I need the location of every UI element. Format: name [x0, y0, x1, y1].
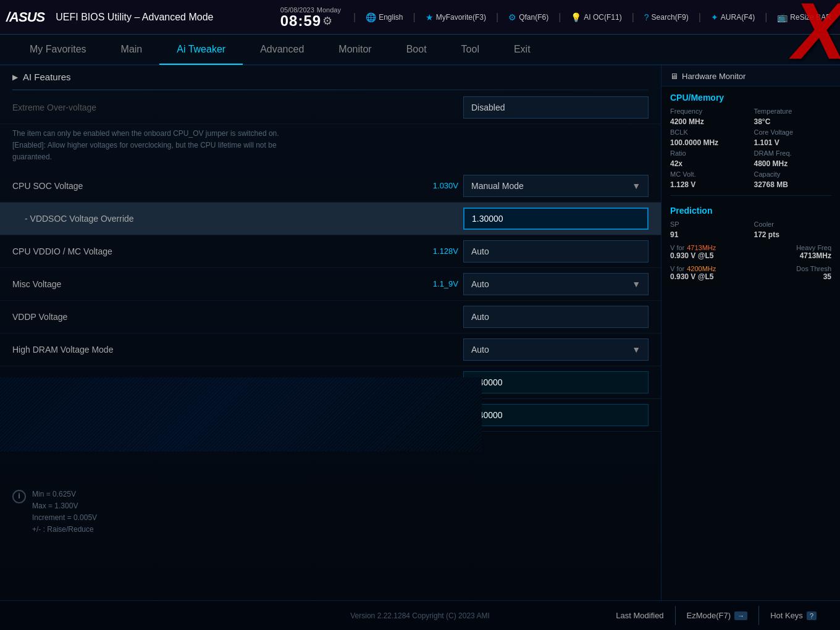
cooler-value: 172 pts — [754, 230, 832, 239]
tab-tool[interactable]: Tool — [444, 35, 497, 64]
globe-icon: 🌐 — [366, 12, 376, 22]
tab-exit[interactable]: Exit — [497, 35, 548, 64]
qfan-btn[interactable]: ⚙ Qfan(F6) — [506, 11, 551, 23]
mc-volt-value: 1.128 V — [670, 180, 748, 189]
high-dram-voltage-arrow: ▼ — [632, 345, 640, 355]
cpu-soc-voltage-value: Manual Mode — [471, 181, 524, 191]
asus-logo: /ASUS — [6, 9, 44, 25]
misc-voltage-select[interactable]: Auto ▼ — [463, 273, 649, 295]
main-layout: ▶ AI Features Extreme Over-voltage Disab… — [0, 65, 840, 600]
heavy-freq-value: 4713MHz — [800, 251, 831, 260]
misc-voltage-arrow: ▼ — [632, 279, 640, 289]
vddp-voltage-value: Auto — [471, 312, 489, 322]
dram-vddq-voltage-input[interactable]: 1.40000 — [463, 404, 649, 426]
section-divider — [12, 90, 649, 90]
bios-title: UEFI BIOS Utility – Advanced Mode — [56, 12, 213, 23]
heavy-freq-label: Heavy Freq — [796, 244, 831, 251]
vddp-voltage-select[interactable]: Auto — [463, 306, 649, 328]
cpu-vddio-select[interactable]: Auto — [463, 240, 649, 262]
extreme-overvoltage-select[interactable]: Disabled — [463, 96, 649, 119]
header-sep3: | — [496, 12, 498, 23]
search-btn[interactable]: ? Search(F9) — [642, 11, 691, 23]
high-dram-voltage-select[interactable]: Auto ▼ — [463, 338, 649, 361]
core-voltage-label: Core Voltage — [754, 128, 832, 136]
tab-my-favorites[interactable]: My Favorites — [12, 35, 104, 64]
search-label: Search(F9) — [652, 13, 689, 22]
section-arrow: ▶ — [12, 73, 18, 82]
vddp-voltage-row: VDDP Voltage Auto — [0, 301, 661, 334]
sp-value: 91 — [670, 230, 748, 239]
cpu-vddio-label: CPU VDDIO / MC Voltage — [12, 246, 371, 256]
temperature-label: Temperature — [754, 107, 832, 115]
misc-voltage-small: 1.1_9V — [421, 279, 458, 288]
search-icon: ? — [644, 12, 649, 22]
aioc-label: AI OC(F11) — [584, 13, 621, 22]
hot-keys-label: Hot Keys — [770, 611, 803, 620]
aioc-btn[interactable]: 💡 AI OC(F11) — [568, 11, 624, 23]
qfan-label: Qfan(F6) — [519, 13, 548, 22]
section-title: AI Features — [23, 72, 71, 82]
cpu-soc-voltage-arrow: ▼ — [632, 181, 640, 191]
hw-monitor-title: 🖥 Hardware Monitor — [662, 65, 840, 86]
ratio-value: 42x — [670, 159, 748, 168]
extreme-overvoltage-value: Disabled — [471, 103, 505, 112]
hot-keys-icon: ? — [807, 611, 817, 620]
settings-icon[interactable]: ⚙ — [322, 14, 332, 28]
cpu-soc-voltage-select[interactable]: Manual Mode ▼ — [463, 175, 649, 197]
last-modified-btn[interactable]: Last Modified — [605, 606, 674, 625]
vddsoc-voltage-input[interactable]: 1.30000 — [463, 208, 649, 230]
vddsoc-voltage-row: - VDDSOC Voltage Override 1.30000 — [0, 203, 661, 235]
ez-mode-icon: → — [734, 611, 747, 620]
temperature-value: 38°C — [754, 117, 832, 126]
tab-ai-tweaker[interactable]: Ai Tweaker — [159, 35, 243, 65]
dram-vdd-voltage-input[interactable]: 1.40000 — [463, 371, 649, 393]
tab-monitor[interactable]: Monitor — [321, 35, 388, 64]
bclk-value: 100.0000 MHz — [670, 138, 748, 147]
v-for2-label: V for — [670, 265, 684, 272]
x-logo-text: X — [792, 0, 840, 68]
ez-mode-label: EzMode(F7) — [687, 611, 731, 620]
footer-version: Version 2.22.1284 Copyright (C) 2023 AMI — [350, 611, 489, 620]
misc-voltage-label: Misc Voltage — [12, 279, 371, 289]
v-for2-freq: 4200MHz — [687, 265, 716, 272]
high-dram-voltage-value: Auto — [471, 345, 489, 355]
dos-thresh-value: 35 — [823, 272, 831, 281]
cpu-soc-voltage-small: 1.030V — [421, 181, 458, 190]
capacity-label: Capacity — [754, 170, 832, 178]
hot-keys-btn[interactable]: Hot Keys ? — [758, 606, 828, 625]
ez-mode-btn[interactable]: EzMode(F7) → — [675, 606, 759, 625]
high-dram-voltage-label: High DRAM Voltage Mode — [12, 345, 371, 355]
tab-main[interactable]: Main — [104, 35, 160, 64]
info-plus-minus: +/- : Raise/Reduce — [32, 524, 97, 536]
footer-actions: Last Modified EzMode(F7) → Hot Keys ? — [605, 606, 828, 625]
info-min: Min = 0.625V — [32, 489, 97, 500]
language-btn[interactable]: 🌐 English — [363, 11, 405, 23]
prediction-title: Prediction — [662, 200, 840, 218]
frequency-label: Frequency — [670, 107, 748, 115]
tab-boot[interactable]: Boot — [389, 35, 444, 64]
dram-freq-label: DRAM Freq. — [754, 149, 832, 157]
extreme-overvoltage-row: Extreme Over-voltage Disabled — [0, 91, 661, 124]
myfavorite-btn[interactable]: ★ MyFavorite(F3) — [423, 11, 489, 23]
ratio-label: Ratio — [670, 149, 748, 157]
misc-voltage-value: Auto — [471, 279, 489, 289]
ai-icon: 💡 — [571, 12, 581, 22]
cpu-soc-voltage-label: CPU SOC Voltage — [12, 181, 371, 191]
cpu-vddio-value: Auto — [471, 246, 489, 256]
sp-label: SP — [670, 220, 748, 228]
cooler-label: Cooler — [754, 220, 832, 228]
cpu-vddio-row: CPU VDDIO / MC Voltage 1.128V Auto — [0, 235, 661, 268]
v-for-4713-row: V for 4713MHz Heavy Freq 0.930 V @L5 471… — [662, 242, 840, 262]
info-increment: Increment = 0.005V — [32, 512, 97, 524]
capacity-value: 32768 MB — [754, 180, 832, 189]
cpu-vddio-small: 1.128V — [421, 246, 458, 256]
tab-advanced[interactable]: Advanced — [243, 35, 321, 64]
v-for-label: V for — [670, 244, 684, 251]
prediction-grid: SP Cooler 91 172 pts — [662, 218, 840, 242]
section-header: ▶ AI Features — [0, 65, 661, 88]
header-sep4: | — [558, 12, 561, 23]
bclk-label: BCLK — [670, 128, 748, 136]
star-icon: ★ — [426, 12, 434, 22]
content-area: ▶ AI Features Extreme Over-voltage Disab… — [0, 65, 661, 600]
header-sep2: | — [413, 12, 415, 23]
